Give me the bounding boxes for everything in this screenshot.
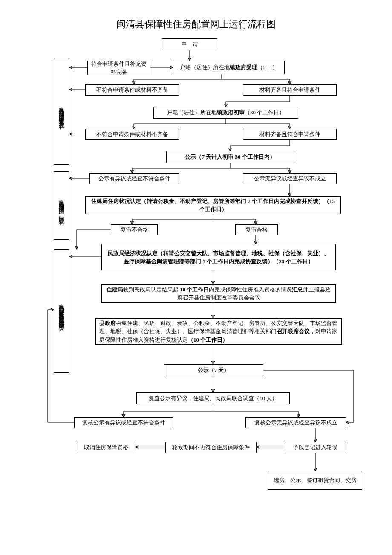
node-p3: 予以登记进入轮候 bbox=[285, 442, 346, 453]
side-note-3: 出具书面说明并将申请人档案退回镇政府由其书面通知申请人 bbox=[54, 249, 69, 373]
node-d1: 材料齐备且符合申请条件 bbox=[243, 84, 337, 96]
text: 出具书面通知并说明理由，退回申请资料 bbox=[57, 195, 66, 216]
text: 取消住房保障资格 bbox=[84, 443, 128, 452]
side-note-1: 出具书面通知并说明理由并申请人重新补充资料 bbox=[54, 58, 69, 165]
node-c1: 不符合申请条件或材料不齐备 bbox=[85, 84, 179, 96]
node-d2: 材料齐备且符合申请条件 bbox=[243, 129, 337, 140]
text: 材料齐备且符合申请条件 bbox=[259, 86, 320, 94]
node-h1: 住建局住房状况认定（转请公积金、不动产登记、房管所等部门 7 个工作日内完成协查… bbox=[85, 196, 341, 214]
text: 复审合格 bbox=[245, 226, 268, 234]
flowchart-canvas: 申 请 出具书面通知并说明理由并申请人重新补充资料 出具书面通知并说明理由，退回… bbox=[0, 37, 392, 555]
text: 材料齐备且符合申请条件 bbox=[259, 130, 320, 139]
node-a1: 符合申请条件且补充资料完备 bbox=[87, 61, 150, 75]
page-title: 闽清县保障性住房配置网上运行流程图 bbox=[0, 0, 392, 37]
node-j1: 民政局经济状况认定（转请公安交警大队、市场监督管理、地税、社保（含社保、失业）、… bbox=[101, 244, 336, 270]
node-k1: 住建局收到民政局认定结果起 10 个工作日内完成保障性住房准入资格的情况汇总并上… bbox=[101, 284, 336, 303]
text: 县政府召集住建、民政、财政、发改、公积金、不动产登记、房管所、公安交警大队、市场… bbox=[99, 319, 338, 344]
text: 申 请 bbox=[182, 40, 198, 49]
text: 户籍（居住）所在地镇政府初审（30 个工作日） bbox=[167, 108, 285, 117]
text: 公示（7 天） bbox=[198, 366, 230, 375]
node-o1: 复核公示有异议或经查不符合条件 bbox=[74, 417, 173, 428]
text: 公示无异议或经查异议不成立 bbox=[254, 174, 326, 183]
node-e1: 户籍（居住）所在地镇政府初审（30 个工作日） bbox=[153, 107, 298, 119]
node-p1: 取消住房保障资格 bbox=[77, 442, 135, 453]
node-o2: 复核公示无异议或经查异议不成立 bbox=[245, 417, 346, 428]
node-i2: 复审合格 bbox=[235, 224, 278, 235]
text: 公示有异议或经查不符合条件 bbox=[98, 174, 170, 183]
text: 出具书面说明并将申请人档案退回镇政府由其书面通知申请人 bbox=[57, 299, 66, 323]
text: 复核公示无异议或经查异议不成立 bbox=[254, 418, 337, 427]
node-g1: 公示有异议或经查不符合条件 bbox=[89, 173, 179, 184]
node-n1: 复查公示有异议，住建局、民政局联合调查（10 天） bbox=[136, 392, 290, 404]
node-p2: 轮候期间不再符合住房保障条件 bbox=[165, 442, 257, 453]
text: 符合申请条件且补充资料完备 bbox=[91, 60, 147, 76]
text: 住建局收到民政局认定结果起 10 个工作日内完成保障性住房准入资格的情况汇总并上… bbox=[105, 285, 332, 302]
node-g2: 公示无异议或经查异议不成立 bbox=[243, 173, 337, 184]
text: 户籍（居住）所在地镇政府受理（5 日） bbox=[180, 63, 278, 72]
node-start: 申 请 bbox=[162, 38, 217, 50]
text: 出具书面通知并说明理由并申请人重新补充资料 bbox=[57, 102, 66, 120]
node-i1: 复审不合格 bbox=[111, 224, 158, 235]
text: 住建局住房状况认定（转请公积金、不动产登记、房管所等部门 7 个工作日内完成协查… bbox=[89, 197, 337, 214]
text: 轮候期间不再符合住房保障条件 bbox=[172, 443, 250, 452]
text: 不符合申请条件或材料不齐备 bbox=[96, 130, 168, 139]
node-c2: 不符合申请条件或材料不齐备 bbox=[85, 129, 179, 140]
node-q1: 选房、公示、签订租赁合同、交房 bbox=[268, 471, 362, 490]
text: 复核公示有异议或经查不符合条件 bbox=[82, 418, 165, 427]
text: 民政局经济状况认定（转请公安交警大队、市场监督管理、地税、社保（含社保、失业）、… bbox=[105, 249, 332, 266]
text: 复查公示有异议，住建局、民政局联合调查（10 天） bbox=[149, 394, 277, 403]
node-m1: 公示（7 天） bbox=[164, 364, 263, 376]
node-l1: 县政府召集住建、民政、财政、发改、公积金、不动产登记、房管所、公安交警大队、市场… bbox=[95, 318, 342, 345]
node-f1: 公示（7 天计入初审 30 个工作日内） bbox=[166, 151, 294, 163]
text: 不符合申请条件或材料不齐备 bbox=[96, 86, 168, 94]
text: 予以登记进入轮候 bbox=[293, 443, 337, 452]
side-note-2: 出具书面通知并说明理由，退回申请资料 bbox=[54, 171, 69, 240]
text: 公示（7 天计入初审 30 个工作日内） bbox=[185, 153, 275, 161]
text: 复审不合格 bbox=[121, 226, 148, 234]
node-b1: 户籍（居住）所在地镇政府受理（5 日） bbox=[173, 61, 285, 74]
text: 选房、公示、签订租赁合同、交房 bbox=[274, 476, 357, 485]
